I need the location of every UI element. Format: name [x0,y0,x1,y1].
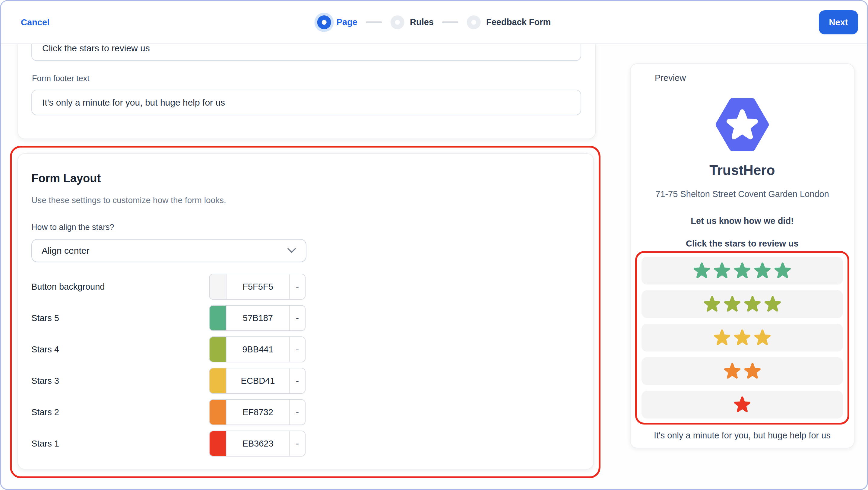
star-icon [713,261,732,280]
preview-stars-highlight [635,251,849,425]
topbar: Cancel Page Rules Feedback Form Next [1,1,867,44]
align-select-value: Align center [42,246,89,256]
app-window: Cancel Page Rules Feedback Form Next For… [0,0,868,490]
color-swatch[interactable] [210,431,226,456]
preview-star-row [642,391,843,419]
color-row-label: Stars 3 [31,376,59,386]
color-hex-field[interactable]: F5F5F5 [226,274,289,299]
color-control: ECBD41 - [209,368,306,394]
color-row-label: Stars 5 [31,313,59,323]
color-control: 57B187 - [209,305,306,331]
step-page-label: Page [337,17,358,27]
color-row-label: Button background [31,282,105,292]
star-icon [723,295,742,313]
star-icon [703,295,721,313]
form-layout-card: Form Layout Use these settings to custom… [18,153,594,469]
preview-star-row [642,324,843,351]
preview-label: Preview [655,73,686,83]
form-footer-text-input[interactable] [31,90,581,115]
color-rows: Button background F5F5F5 - Stars 5 57B18… [31,274,306,462]
color-remove-button[interactable]: - [289,400,305,425]
step-page-dot-icon [317,16,331,29]
preview-footer-text: It's only a minute for you, but huge hel… [654,431,831,440]
color-hex-field[interactable]: ECBD41 [226,368,289,393]
color-swatch[interactable] [210,337,226,362]
cancel-button[interactable]: Cancel [19,17,51,27]
color-remove-button[interactable]: - [289,306,305,330]
step-feedback-form[interactable]: Feedback Form [467,16,551,29]
step-rules[interactable]: Rules [391,16,434,29]
preview-header-text: Click the stars to review us [686,239,799,249]
color-hex-field[interactable]: 57B187 [226,306,289,330]
color-row-label: Stars 2 [31,407,59,417]
color-swatch[interactable] [210,368,226,393]
star-icon [753,261,772,280]
star-icon [733,328,752,347]
color-row: Button background F5F5F5 - [31,274,306,300]
color-hex-field[interactable]: EF8732 [226,400,289,425]
step-feedback-dot-icon [467,16,481,29]
color-row: Stars 2 EF8732 - [31,399,306,425]
next-button[interactable]: Next [819,10,858,34]
color-control: EB3623 - [209,431,306,457]
color-row-label: Stars 1 [31,439,59,449]
color-row-label: Stars 4 [31,344,59,355]
star-icon [692,261,711,280]
star-icon [713,328,732,347]
form-footer-text-label: Form footer text [32,74,90,83]
step-page[interactable]: Page [317,16,358,29]
color-row: Stars 4 9BB441 - [31,336,306,362]
star-icon [743,362,762,380]
star-icon [723,362,742,380]
brand-address: 71-75 Shelton Street Covent Garden Londo… [655,189,829,199]
color-remove-button[interactable]: - [289,337,305,362]
color-remove-button[interactable]: - [289,431,305,456]
preview-prompt-text: Let us know how we did! [691,216,794,226]
color-row: Stars 1 EB3623 - [31,431,306,457]
preview-star-row [642,357,843,385]
align-select[interactable]: Align center [31,239,306,262]
step-feedback-label: Feedback Form [486,17,551,27]
color-swatch[interactable] [210,306,226,330]
color-control: F5F5F5 - [209,274,306,300]
star-icon [773,261,792,280]
color-remove-button[interactable]: - [289,274,305,299]
star-icon [743,295,762,313]
star-icon [753,328,772,347]
form-layout-subtitle: Use these settings to customize how the … [31,195,226,205]
align-stars-label: How to align the stars? [31,223,114,232]
brand-name: TrustHero [709,162,775,178]
star-icon [763,295,782,313]
preview-card: Preview TrustHero 71-75 Shelton Street C… [630,63,855,448]
color-row: Stars 5 57B187 - [31,305,306,331]
star-icon [733,261,752,280]
form-layout-title: Form Layout [31,172,101,185]
step-connector [366,22,382,23]
preview-star-row [642,257,843,284]
color-swatch[interactable] [210,400,226,425]
color-hex-field[interactable]: EB3623 [226,431,289,456]
stepper: Page Rules Feedback Form [317,16,551,29]
color-swatch[interactable] [210,274,226,299]
step-rules-dot-icon [391,16,404,29]
step-connector [442,22,459,23]
step-rules-label: Rules [410,17,434,27]
color-hex-field[interactable]: 9BB441 [226,337,289,362]
color-row: Stars 3 ECBD41 - [31,368,306,394]
star-icon [733,395,752,414]
preview-star-row [642,290,843,318]
brand-logo-star-badge-icon [715,96,769,153]
color-remove-button[interactable]: - [289,368,305,393]
color-control: 9BB441 - [209,336,306,362]
color-control: EF8732 - [209,399,306,425]
chevron-down-icon [287,248,296,253]
